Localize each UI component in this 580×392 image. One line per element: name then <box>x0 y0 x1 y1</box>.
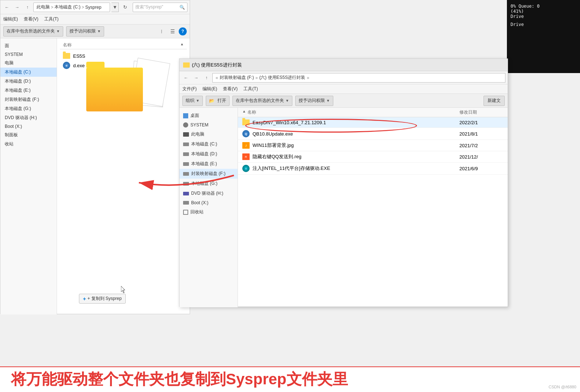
sidebar-item-h-drive[interactable]: DVD 驱动器 (H:) <box>0 113 57 122</box>
sidebar-item-desktop[interactable]: 面 <box>0 41 57 50</box>
sidebar-item-x-drive[interactable]: Boot (X:) <box>0 122 57 130</box>
view-list-button[interactable]: ☰ <box>168 27 177 36</box>
right-sidebar-g[interactable]: 本地磁盘 (G:) <box>179 179 238 189</box>
search-icon[interactable]: 🔍 <box>179 5 185 10</box>
right-menu-edit[interactable]: 编辑(E) <box>202 86 217 92</box>
path-computer: 此电脑 <box>37 4 50 10</box>
terminal-line-4: Drive <box>511 22 576 27</box>
desktop-icon <box>183 113 188 118</box>
right-sidebar-computer[interactable]: 此电脑 <box>179 129 238 139</box>
file-item-win11[interactable]: J WIN11部署背景.jpg 2021/7/2 <box>238 140 508 151</box>
forward-button[interactable]: → <box>13 3 22 12</box>
right-col-header: ▲ 名称 修改日期 <box>238 108 508 117</box>
sidebar-item-recycle[interactable]: 收站 <box>0 140 57 149</box>
left-toolbar: 在库中包含所选的文件夹 ▼ 授予访问权限 ▼ ⁝ ☰ ? <box>0 24 190 38</box>
right-title-icon <box>183 62 190 68</box>
person-icon <box>183 122 188 128</box>
refresh-button[interactable]: ↻ <box>120 3 130 12</box>
right-sidebar-system[interactable]: SYSTEM <box>179 121 238 129</box>
file-item-easydrv[interactable]: EasyDrv7_Win10.x64_7.21.1209.1 2022/2/1 <box>238 117 508 128</box>
right-up-button[interactable]: ↑ <box>202 73 211 82</box>
left-explorer-window: ← → ↑ 此电脑 > 本地磁盘 (C:) > Sysprep ▼ ↻ 搜索"S… <box>0 0 190 314</box>
right-new-folder-button[interactable]: 新建文 <box>484 96 505 106</box>
include-library-button[interactable]: 在库中包含所选的文件夹 ▼ <box>3 26 63 37</box>
right-explorer-window: (六) 使用ES5S进行封装 ← → ↑ « 封装映射磁盘 (F:) » (六)… <box>179 58 508 307</box>
open-button[interactable]: 📂 打开 <box>206 96 230 106</box>
file-name-es5s: ES5S <box>73 53 85 59</box>
recycle-icon <box>183 210 188 215</box>
file-item-dexe[interactable]: d d.exe <box>60 60 187 71</box>
view-grid-button[interactable]: ⁝ <box>157 27 166 36</box>
left-col-header: 名称 ▲ <box>60 41 187 49</box>
exe-icon-qb: Q <box>242 130 250 137</box>
sidebar-item-e-drive[interactable]: 本地磁盘 (E:) <box>0 86 57 95</box>
right-sidebar-e[interactable]: 本地磁盘 (E:) <box>179 159 238 169</box>
sidebar-item-f-drive[interactable]: 封装映射磁盘 (F:) <box>0 95 57 104</box>
search-placeholder: 搜索"Sysprep" <box>135 4 163 10</box>
drive-icon-d <box>183 152 189 156</box>
right-sidebar-recycle[interactable]: 回收站 <box>179 207 238 217</box>
sidebar-item-control-panel[interactable]: 制面板 <box>0 130 57 140</box>
exe-icon-intel: I <box>242 165 250 172</box>
right-back-button[interactable]: ← <box>182 73 190 82</box>
help-button[interactable]: ? <box>179 27 187 35</box>
right-path-folder: (六) 使用ES5S进行封装 <box>259 75 305 81</box>
right-sidebar-x[interactable]: Boot (X:) <box>179 198 238 207</box>
menu-tools[interactable]: 工具(T) <box>44 16 58 22</box>
drive-icon-g <box>183 182 189 186</box>
right-menu-tools[interactable]: 工具(T) <box>243 86 258 92</box>
right-forward-button[interactable]: → <box>192 73 201 82</box>
file-item-qb[interactable]: Q QB10.8Update.exe 2021/8/1 <box>238 128 508 140</box>
up-button[interactable]: ↑ <box>23 3 32 12</box>
right-sidebar-c[interactable]: 本地磁盘 (C:) <box>179 139 238 149</box>
right-menu-file[interactable]: 文件(F) <box>182 86 197 92</box>
menu-view[interactable]: 查看(V) <box>24 16 38 22</box>
file-date-qb: 2021/8/1 <box>459 131 503 137</box>
path-sysprep: Sysprep <box>85 5 101 10</box>
watermark: CSDN @/t6880 <box>549 385 576 389</box>
right-sidebar-h[interactable]: DVD 驱动器 (H:) <box>179 189 238 198</box>
sidebar-item-d-drive[interactable]: 本地磁盘 (D:) <box>0 77 57 86</box>
right-sidebar-desktop[interactable]: 桌面 <box>179 111 238 121</box>
col-name-header: 名称 <box>63 42 72 48</box>
drive-icon-x <box>183 201 189 205</box>
col-name-header: 名称 <box>247 109 459 115</box>
file-item-es5s[interactable]: ES5S <box>60 52 187 60</box>
sidebar-item-c-drive[interactable]: 本地磁盘 (C:) <box>0 68 57 77</box>
copy-tooltip: + + 复制到 Sysprep <box>79 294 126 304</box>
drag-folder-visual <box>86 60 167 133</box>
file-name-dexe: d.exe <box>73 63 85 68</box>
right-address-path[interactable]: « 封装映射磁盘 (F:) » (六) 使用ES5S进行封装 » <box>212 73 505 83</box>
address-dropdown[interactable]: ▼ <box>111 3 119 12</box>
sidebar-item-computer[interactable]: 电脑 <box>0 58 57 68</box>
address-path[interactable]: 此电脑 > 本地磁盘 (C:) > Sysprep <box>33 3 110 12</box>
terminal-line-1: 0% Queue: 0 <box>511 4 576 9</box>
right-sidebar-d[interactable]: 本地磁盘 (D:) <box>179 149 238 159</box>
right-include-library-button[interactable]: 在库中包含所选的文件夹 ▼ <box>232 96 292 106</box>
back-button[interactable]: ← <box>3 3 11 12</box>
right-grant-access-button[interactable]: 授予访问权限 ▼ <box>295 96 333 106</box>
right-file-list: ▲ 名称 修改日期 EasyDrv7_Win10.x64_7.21.1209.1… <box>238 108 508 307</box>
sidebar-item-g-drive[interactable]: 本地磁盘 (G:) <box>0 104 57 113</box>
file-date-win11: 2021/7/2 <box>459 143 503 148</box>
organize-button[interactable]: 组织 ▼ <box>182 96 203 106</box>
file-name-easydrv: EasyDrv7_Win10.x64_7.21.1209.1 <box>253 120 456 125</box>
right-menu-view[interactable]: 查看(V) <box>223 86 238 92</box>
drive-icon-f <box>183 172 189 176</box>
file-item-reg[interactable]: R 隐藏右键QQ发送到.reg 2021/12/ <box>238 151 508 163</box>
reg-icon: R <box>242 153 250 160</box>
grant-access-button[interactable]: 授予访问权限 ▼ <box>66 26 104 37</box>
jpg-icon-win11: J <box>242 142 250 149</box>
terminal-line-3: Drive <box>511 14 576 19</box>
menu-edit[interactable]: 编辑(E) <box>3 16 18 22</box>
right-sidebar-f[interactable]: 封装映射磁盘 (F:) <box>179 169 238 179</box>
sort-arrow: ▲ <box>180 42 184 48</box>
terminal-panel: 0% Queue: 0 (41%) Drive Drive <box>507 0 580 73</box>
file-item-intel[interactable]: I 注入[INTEL_11代平台]存储驱动.EXE 2021/6/9 <box>238 163 508 175</box>
left-menu-bar: 编辑(E) 查看(V) 工具(T) <box>0 14 190 24</box>
sidebar-item-system[interactable]: SYSTEM <box>0 50 57 58</box>
caption-text: 将万能驱动整个文件夹也复制到Sysprep文件夹里 <box>11 370 569 388</box>
search-bar[interactable]: 搜索"Sysprep" 🔍 <box>133 3 187 12</box>
drive-icon-e <box>183 162 189 166</box>
drive-icon-h <box>183 192 189 195</box>
